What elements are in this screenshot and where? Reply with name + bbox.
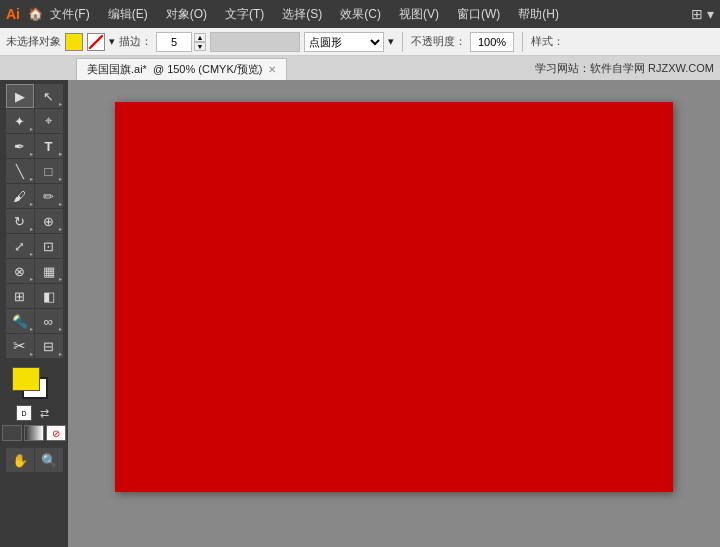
left-toolbar: ▶ ↖▸ ✦▸ ⌖ ✒▸ T▸ ╲▸ □▸ 🖌▸ ✏▸ ↻▸ ⊕▸ ⤢▸ ⊡ ⊗… [0,80,68,547]
tool-row-2: ✦▸ ⌖ [2,109,66,133]
tool-row-9: ⊞ ◧ [2,284,66,308]
menu-edit[interactable]: 编辑(E) [104,4,152,25]
options-bar: 未选择对象 ▾ 描边： ▲ ▼ 点圆形 ▾ 不透明度： 样式： [0,28,720,56]
small-color-icons: D ⇄ [16,405,52,421]
tool-row-10: 🔦▸ ∞▸ [2,309,66,333]
tool-row-5: 🖌▸ ✏▸ [2,184,66,208]
tool-row-6: ↻▸ ⊕▸ [2,209,66,233]
blend-tool-btn[interactable]: ∞▸ [35,309,63,333]
tab-name: 美国国旗.ai* [87,62,147,77]
default-colors-btn[interactable]: D [16,405,32,421]
svg-line-0 [89,35,103,49]
workspace-switcher-icon[interactable]: ⊞ ▾ [691,6,714,22]
tool-row-4: ╲▸ □▸ [2,159,66,183]
separator [402,32,403,52]
line-tool-btn[interactable]: ╲▸ [6,159,34,183]
menu-file[interactable]: 文件(F) [46,4,93,25]
rotate-tool-btn[interactable]: ↻▸ [6,209,34,233]
fill-color-swatch[interactable] [65,33,83,51]
separator2 [522,32,523,52]
tab-info: @ 150% (CMYK/预览) [153,62,263,77]
free-transform-tool-btn[interactable]: ⊡ [35,234,63,258]
artboard [115,102,673,492]
scissors-tool-btn[interactable]: ✂▸ [6,334,34,358]
main-area: ▶ ↖▸ ✦▸ ⌖ ✒▸ T▸ ╲▸ □▸ 🖌▸ ✏▸ ↻▸ ⊕▸ ⤢▸ ⊡ ⊗… [0,80,720,547]
lasso-tool-btn[interactable]: ⌖ [35,109,63,133]
opacity-label: 不透明度： [411,34,466,49]
symbol-sprayer-tool-btn[interactable]: ⊗▸ [6,259,34,283]
menu-window[interactable]: 窗口(W) [453,4,504,25]
menu-bar: 文件(F) 编辑(E) 对象(O) 文字(T) 选择(S) 效果(C) 视图(V… [46,4,563,25]
canvas-area[interactable] [68,80,720,547]
mesh-tool-btn[interactable]: ⊞ [6,284,34,308]
stroke-up-btn[interactable]: ▲ [194,33,206,42]
no-selection-label: 未选择对象 [6,34,61,49]
tool-row-hand-zoom: ✋ 🔍 [2,448,66,472]
stroke-label: 描边： [119,34,152,49]
tab-close-button[interactable]: ✕ [268,64,276,75]
tab-bar: 美国国旗.ai* @ 150% (CMYK/预览) ✕ 学习网站：软件自学网 R… [0,56,720,80]
magic-wand-tool-btn[interactable]: ✦▸ [6,109,34,133]
column-graph-tool-btn[interactable]: ▦▸ [35,259,63,283]
gradient-tool-btn[interactable]: ◧ [35,284,63,308]
paintbrush-tool-btn[interactable]: 🖌▸ [6,184,34,208]
menu-view[interactable]: 视图(V) [395,4,443,25]
gradient-mode-btn[interactable] [24,425,44,441]
menu-text[interactable]: 文字(T) [221,4,268,25]
stroke-arrow-icon: ▾ [109,35,115,48]
stroke-value-input[interactable] [156,32,192,52]
app-logo: Ai [6,6,20,22]
brush-preview [210,32,300,52]
brush-dropdown-icon: ▾ [388,35,394,48]
color-mode-btn[interactable] [2,425,22,441]
stroke-color-swatch[interactable] [87,33,105,51]
tool-row-7: ⤢▸ ⊡ [2,234,66,258]
foreground-color-swatch[interactable] [12,367,40,391]
style-label: 样式： [531,34,564,49]
direct-selection-tool-btn[interactable]: ↖▸ [35,84,63,108]
menu-select[interactable]: 选择(S) [278,4,326,25]
site-info-label: 学习网站：软件自学网 RJZXW.COM [535,56,714,80]
zoom-tool-btn[interactable]: 🔍 [35,448,63,472]
title-bar-icon: 🏠 [28,7,43,21]
pencil-tool-btn[interactable]: ✏▸ [35,184,63,208]
pen-tool-btn[interactable]: ✒▸ [6,134,34,158]
tool-row-1: ▶ ↖▸ [2,84,66,108]
no-fill-btn[interactable]: ⊘ [46,425,66,441]
menu-effects[interactable]: 效果(C) [336,4,385,25]
color-section: D ⇄ ⊘ [2,363,66,445]
scale-tool-btn[interactable]: ⤢▸ [6,234,34,258]
menu-object[interactable]: 对象(O) [162,4,211,25]
opacity-value-input[interactable] [470,32,514,52]
tool-row-3: ✒▸ T▸ [2,134,66,158]
stroke-spinner[interactable]: ▲ ▼ [194,33,206,51]
warp-tool-btn[interactable]: ⊕▸ [35,209,63,233]
swap-colors-btn[interactable]: ⇄ [36,405,52,421]
hand-tool-btn[interactable]: ✋ [6,448,34,472]
tool-row-11: ✂▸ ⊟▸ [2,334,66,358]
selection-tool-btn[interactable]: ▶ [6,84,34,108]
color-swatches [12,367,56,403]
artboard-tool-btn[interactable]: ⊟▸ [35,334,63,358]
rectangle-tool-btn[interactable]: □▸ [35,159,63,183]
type-tool-btn[interactable]: T▸ [35,134,63,158]
brush-select[interactable]: 点圆形 [304,32,384,52]
document-tab[interactable]: 美国国旗.ai* @ 150% (CMYK/预览) ✕ [76,58,287,80]
tool-row-8: ⊗▸ ▦▸ [2,259,66,283]
eyedropper-tool-btn[interactable]: 🔦▸ [6,309,34,333]
stroke-down-btn[interactable]: ▼ [194,42,206,51]
menu-help[interactable]: 帮助(H) [514,4,563,25]
title-bar: Ai 🏠 文件(F) 编辑(E) 对象(O) 文字(T) 选择(S) 效果(C)… [0,0,720,28]
